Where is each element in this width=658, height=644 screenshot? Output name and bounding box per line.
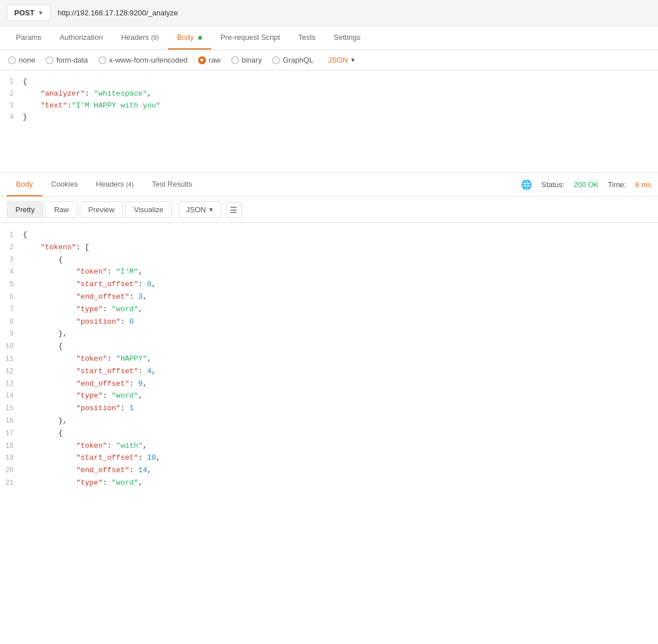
resp-code-line: 17 { xyxy=(0,427,658,440)
resp-headers-badge: (4) xyxy=(126,181,133,188)
tab-body[interactable]: Body xyxy=(168,26,211,49)
resp-code-line: 3 { xyxy=(0,254,658,266)
request-body-editor[interactable]: 1 { 2 "analyzer": "whitespace", 3 "text"… xyxy=(0,71,658,173)
url-input[interactable] xyxy=(55,6,651,19)
tab-tests[interactable]: Tests xyxy=(289,26,324,49)
resp-code-line: 6 "end_offset": 3, xyxy=(0,291,658,303)
req-line-4: 4 } xyxy=(0,112,658,123)
radio-circle-urlencoded xyxy=(98,56,106,64)
tab-params[interactable]: Params xyxy=(7,26,51,49)
resp-code-line: 8 "position": 0 xyxy=(0,316,658,328)
resp-code-line: 7 "type": "word", xyxy=(0,303,658,316)
resp-tab-headers[interactable]: Headers (4) xyxy=(87,173,143,196)
radio-graphql[interactable]: GraphQL xyxy=(272,56,313,64)
format-raw-button[interactable]: Raw xyxy=(46,201,77,218)
radio-raw[interactable]: raw xyxy=(198,56,221,64)
radio-circle-form-data xyxy=(46,56,54,64)
time-value: 8 ms xyxy=(635,180,651,189)
request-tabs: Params Authorization Headers (9) Body Pr… xyxy=(0,26,658,50)
url-bar: POST ▼ xyxy=(0,0,658,26)
json-format-label: JSON xyxy=(328,56,348,64)
resp-code-line: 1{ xyxy=(0,229,658,241)
radio-circle-binary xyxy=(231,56,239,64)
json-format-selector[interactable]: JSON ▼ xyxy=(328,56,356,64)
globe-icon: 🌐 xyxy=(521,179,532,190)
resp-tab-body[interactable]: Body xyxy=(7,173,42,196)
headers-badge: (9) xyxy=(151,34,158,41)
radio-form-data[interactable]: form-data xyxy=(46,56,88,64)
resp-code-line: 11 "token": "HAPPY", xyxy=(0,353,658,365)
format-bar: Pretty Raw Preview Visualize JSON ▼ ☰ xyxy=(0,197,658,223)
tab-settings[interactable]: Settings xyxy=(324,26,369,49)
time-label: Time: xyxy=(608,180,626,189)
resp-code-line: 10 { xyxy=(0,340,658,353)
resp-code-line: 15 "position": 1 xyxy=(0,402,658,415)
radio-binary[interactable]: binary xyxy=(231,56,262,64)
resp-code-line: 2 "tokens": [ xyxy=(0,241,658,254)
radio-none[interactable]: none xyxy=(8,56,35,64)
body-type-row: none form-data x-www-form-urlencoded raw… xyxy=(0,50,658,71)
resp-code-line: 21 "type": "word", xyxy=(0,477,658,489)
resp-code-line: 19 "start_offset": 10, xyxy=(0,452,658,464)
status-code: 200 OK xyxy=(574,180,599,189)
radio-circle-none xyxy=(8,56,16,64)
wrap-lines-icon[interactable]: ☰ xyxy=(226,202,242,218)
status-label: Status: xyxy=(541,180,564,189)
req-line-2: 2 "analyzer": "whitespace", xyxy=(0,88,658,100)
resp-code-line: 4 "token": "I'M", xyxy=(0,266,658,278)
tab-headers[interactable]: Headers (9) xyxy=(112,26,168,49)
req-line-1: 1 { xyxy=(0,76,658,88)
resp-code-line: 13 "end_offset": 9, xyxy=(0,378,658,390)
resp-tab-cookies[interactable]: Cookies xyxy=(42,173,87,196)
resp-code-line: 5 "start_offset": 0, xyxy=(0,278,658,291)
resp-code-line: 18 "token": "with", xyxy=(0,440,658,452)
radio-urlencoded[interactable]: x-www-form-urlencoded xyxy=(98,56,188,64)
method-label: POST xyxy=(14,9,34,17)
tab-authorization[interactable]: Authorization xyxy=(51,26,112,49)
radio-circle-graphql xyxy=(272,56,280,64)
resp-code-line: 16 }, xyxy=(0,415,658,427)
response-tabs: Body Cookies Headers (4) Test Results 🌐 … xyxy=(0,173,658,197)
resp-code-line: 20 "end_offset": 14, xyxy=(0,464,658,477)
resp-code-line: 12 "start_offset": 4, xyxy=(0,365,658,378)
resp-code-line: 9 }, xyxy=(0,328,658,340)
format-preview-button[interactable]: Preview xyxy=(80,201,123,218)
resp-tab-test-results[interactable]: Test Results xyxy=(143,173,201,196)
response-status: 🌐 Status: 200 OK Time: 8 ms xyxy=(521,179,651,190)
json-dropdown-icon: ▼ xyxy=(350,57,356,63)
req-line-3: 3 "text":"I'M HAPPY with you" xyxy=(0,100,658,112)
response-body: 1{2 "tokens": [3 {4 "token": "I'M",5 "st… xyxy=(0,223,658,495)
method-chevron-icon: ▼ xyxy=(38,10,43,16)
radio-circle-raw xyxy=(198,56,206,64)
method-select[interactable]: POST ▼ xyxy=(7,5,51,21)
resp-code-line: 14 "type": "word", xyxy=(0,390,658,402)
format-dropdown-arrow-icon: ▼ xyxy=(208,207,214,213)
format-visualize-button[interactable]: Visualize xyxy=(125,201,172,218)
tab-pre-request[interactable]: Pre-request Script xyxy=(211,26,289,49)
body-dot-icon xyxy=(198,36,202,40)
format-pretty-button[interactable]: Pretty xyxy=(7,201,43,218)
response-format-dropdown[interactable]: JSON ▼ xyxy=(179,201,221,218)
